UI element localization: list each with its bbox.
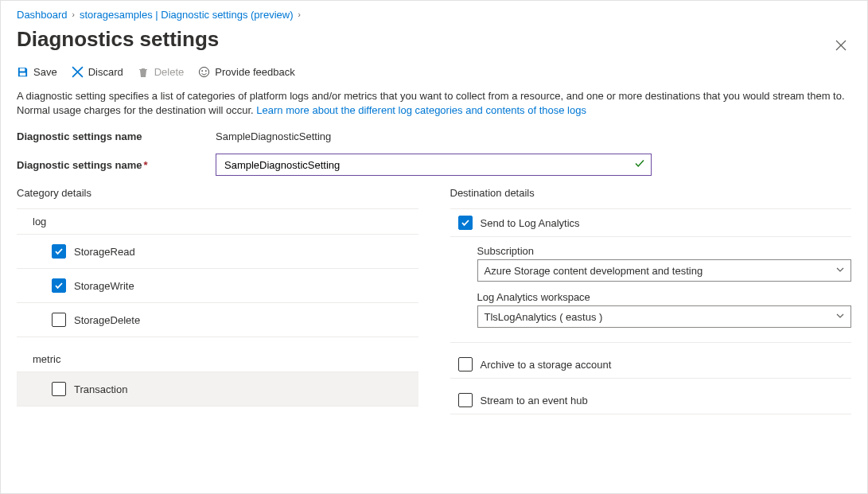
workspace-label: Log Analytics workspace — [477, 291, 852, 303]
workspace-select[interactable]: TlsLogAnalytics ( eastus ) — [477, 305, 851, 328]
destination-details-title: Destination details — [450, 187, 852, 199]
required-indicator: * — [143, 159, 147, 171]
destination-details-column: Destination details Send to Log Analytic… — [450, 187, 852, 414]
settings-name-label: Diagnostic settings name — [17, 130, 216, 142]
checkbox-transaction[interactable] — [52, 382, 66, 396]
page-title: Diagnostics settings — [17, 27, 219, 52]
svg-point-2 — [205, 70, 207, 72]
log-analytics-subform: Subscription Azure Storage content devel… — [450, 237, 852, 343]
discard-button[interactable]: Discard — [72, 66, 123, 78]
log-item-storagewrite[interactable]: StorageWrite — [17, 269, 418, 303]
discard-icon — [72, 66, 84, 78]
close-button[interactable] — [831, 33, 851, 60]
log-item-label: StorageRead — [74, 246, 135, 258]
save-label: Save — [33, 66, 57, 78]
checkbox-storageread[interactable] — [52, 244, 66, 259]
chevron-down-icon — [836, 266, 844, 275]
log-section-header: log — [17, 208, 418, 234]
toolbar: Save Discard Delete Provide feedback — [17, 66, 851, 78]
delete-label: Delete — [154, 66, 185, 78]
feedback-icon — [198, 66, 210, 78]
metric-section-header: metric — [17, 347, 418, 371]
checkbox-storage[interactable] — [458, 357, 473, 371]
log-item-label: StorageWrite — [74, 280, 134, 292]
dest-eventhub-row[interactable]: Stream to an event hub — [450, 387, 852, 414]
discard-label: Discard — [88, 66, 123, 78]
feedback-label: Provide feedback — [215, 66, 294, 78]
feedback-button[interactable]: Provide feedback — [198, 66, 294, 78]
save-button[interactable]: Save — [17, 66, 57, 78]
settings-name-input[interactable] — [216, 154, 652, 176]
checkbox-eventhub[interactable] — [458, 393, 473, 407]
breadcrumb-dashboard[interactable]: Dashboard — [17, 9, 68, 21]
dest-log-analytics-row[interactable]: Send to Log Analytics — [450, 208, 852, 237]
svg-point-0 — [200, 67, 209, 76]
category-details-column: Category details log StorageRead Storage… — [17, 187, 418, 414]
log-item-storageread[interactable]: StorageRead — [17, 234, 418, 269]
dest-log-analytics-label: Send to Log Analytics — [481, 217, 580, 229]
metric-item-label: Transaction — [74, 383, 127, 395]
subscription-select[interactable]: Azure Storage content development and te… — [477, 259, 851, 282]
dest-storage-label: Archive to a storage account — [481, 359, 612, 371]
save-icon — [17, 66, 29, 78]
valid-check-icon — [634, 158, 645, 172]
dest-eventhub-label: Stream to an event hub — [481, 395, 588, 406]
chevron-down-icon — [836, 312, 844, 321]
close-icon — [835, 38, 847, 54]
breadcrumb-storagesamples[interactable]: storagesamples | Diagnostic settings (pr… — [80, 9, 294, 21]
description-text: A diagnostic setting specifies a list of… — [17, 89, 851, 118]
checkbox-storagewrite[interactable] — [52, 278, 66, 293]
delete-icon — [138, 66, 150, 78]
learn-more-link[interactable]: Learn more about the different log categ… — [256, 104, 586, 116]
chevron-right-icon: › — [72, 10, 75, 19]
subscription-label: Subscription — [477, 245, 852, 257]
subscription-value: Azure Storage content development and te… — [485, 265, 703, 277]
log-item-label: StorageDelete — [74, 314, 140, 326]
dest-storage-row[interactable]: Archive to a storage account — [450, 351, 852, 379]
chevron-right-icon: › — [298, 10, 301, 19]
checkbox-storagedelete[interactable] — [52, 313, 66, 327]
metric-item-transaction[interactable]: Transaction — [17, 371, 418, 406]
settings-name-input-label: Diagnostic settings name* — [17, 159, 216, 171]
category-details-title: Category details — [17, 187, 418, 199]
settings-name-value: SampleDiagnosticSetting — [216, 130, 331, 142]
checkbox-log-analytics[interactable] — [458, 216, 473, 230]
workspace-value: TlsLogAnalytics ( eastus ) — [485, 311, 603, 323]
log-item-storagedelete[interactable]: StorageDelete — [17, 303, 418, 337]
svg-point-1 — [202, 70, 204, 72]
delete-button: Delete — [138, 66, 185, 78]
breadcrumb: Dashboard › storagesamples | Diagnostic … — [17, 9, 851, 21]
